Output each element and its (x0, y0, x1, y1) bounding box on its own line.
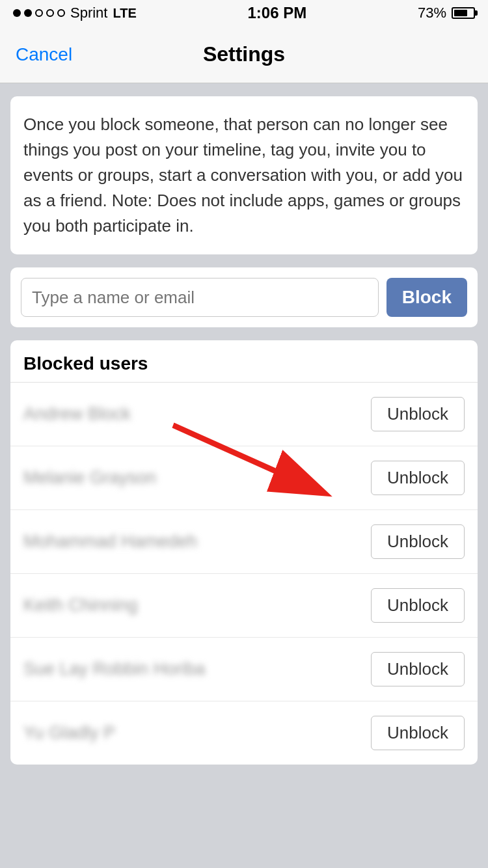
info-text: Once you block someone, that person can … (23, 112, 465, 239)
user-name-2: Melanie Grayson (23, 468, 156, 488)
blocked-users-section: Blocked users Andrew Block Unblock Melan… (10, 340, 478, 765)
unblock-button-5[interactable]: Unblock (371, 652, 465, 686)
signal-icon (13, 9, 65, 17)
battery-icon (452, 7, 475, 19)
blocked-users-header: Blocked users (10, 340, 478, 383)
status-bar: Sprint LTE 1:06 PM 73% (0, 0, 488, 26)
unblock-button-1[interactable]: Unblock (371, 397, 465, 431)
block-search-input[interactable] (21, 278, 379, 317)
table-row: Andrew Block Unblock (10, 383, 478, 446)
table-row: Keith Chinning Unblock (10, 574, 478, 638)
content-area: Once you block someone, that person can … (0, 83, 488, 791)
blocked-users-card: Blocked users Andrew Block Unblock Melan… (10, 340, 478, 765)
user-name-3: Mohammad Hamedeh (23, 532, 197, 552)
user-name-4: Keith Chinning (23, 595, 138, 616)
carrier-label: Sprint (70, 5, 107, 21)
table-row: Melanie Grayson Unblock (10, 446, 478, 510)
battery-fill (454, 10, 467, 16)
status-right: 73% (418, 5, 475, 21)
table-row: Sue Lay Robbin Horiba Unblock (10, 638, 478, 701)
status-left: Sprint LTE (13, 5, 137, 21)
unblock-button-4[interactable]: Unblock (371, 588, 465, 623)
user-name-1: Andrew Block (23, 404, 131, 424)
navigation-bar: Cancel Settings (0, 26, 488, 83)
user-name-5: Sue Lay Robbin Horiba (23, 659, 205, 679)
battery-percent-label: 73% (418, 5, 446, 21)
user-name-6: Yu Gladly P (23, 723, 115, 743)
network-label: LTE (113, 6, 136, 21)
unblock-button-6[interactable]: Unblock (371, 716, 465, 750)
page-title: Settings (203, 42, 285, 66)
unblock-button-2[interactable]: Unblock (371, 461, 465, 495)
block-input-card: Block (10, 267, 478, 327)
info-card: Once you block someone, that person can … (10, 96, 478, 254)
unblock-button-3[interactable]: Unblock (371, 524, 465, 559)
table-row: Yu Gladly P Unblock (10, 701, 478, 765)
cancel-button[interactable]: Cancel (16, 44, 72, 65)
table-row: Mohammad Hamedeh Unblock (10, 510, 478, 574)
time-label: 1:06 PM (248, 4, 307, 22)
block-button[interactable]: Block (386, 278, 467, 317)
